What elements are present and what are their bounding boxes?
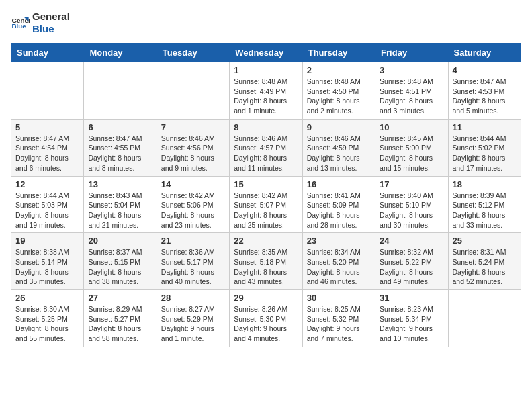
day-info: Sunrise: 8:32 AM Sunset: 5:22 PM Dayligh… [380, 247, 443, 287]
logo-icon: General Blue [11, 13, 30, 32]
day-number: 29 [234, 293, 298, 303]
calendar-cell: 5Sunrise: 8:47 AM Sunset: 4:54 PM Daylig… [11, 119, 84, 176]
day-info: Sunrise: 8:41 AM Sunset: 5:09 PM Dayligh… [307, 191, 371, 230]
logo-general: General [32, 11, 70, 23]
day-info: Sunrise: 8:46 AM Sunset: 4:57 PM Dayligh… [234, 134, 298, 173]
day-info: Sunrise: 8:47 AM Sunset: 4:55 PM Dayligh… [88, 134, 152, 173]
weekday-header-friday: Friday [375, 44, 448, 62]
day-number: 14 [161, 179, 225, 189]
calendar-cell: 24Sunrise: 8:32 AM Sunset: 5:22 PM Dayli… [375, 233, 448, 290]
calendar-cell: 10Sunrise: 8:45 AM Sunset: 5:00 PM Dayli… [375, 119, 448, 176]
day-info: Sunrise: 8:48 AM Sunset: 4:49 PM Dayligh… [234, 77, 298, 116]
calendar-cell: 26Sunrise: 8:30 AM Sunset: 5:25 PM Dayli… [11, 290, 84, 347]
calendar-cell: 19Sunrise: 8:38 AM Sunset: 5:14 PM Dayli… [11, 233, 84, 290]
day-number: 3 [380, 65, 443, 75]
day-number: 10 [380, 122, 443, 132]
day-info: Sunrise: 8:35 AM Sunset: 5:18 PM Dayligh… [234, 247, 298, 287]
day-info: Sunrise: 8:42 AM Sunset: 5:06 PM Dayligh… [161, 191, 225, 230]
svg-text:Blue: Blue [11, 22, 26, 30]
day-number: 1 [234, 65, 298, 75]
day-number: 11 [453, 122, 517, 132]
calendar-cell: 14Sunrise: 8:42 AM Sunset: 5:06 PM Dayli… [157, 176, 229, 233]
day-number: 2 [307, 65, 371, 75]
day-number: 5 [15, 122, 79, 132]
calendar-cell: 29Sunrise: 8:26 AM Sunset: 5:30 PM Dayli… [230, 290, 302, 347]
calendar-cell [84, 62, 157, 120]
week-row-1: 1Sunrise: 8:48 AM Sunset: 4:49 PM Daylig… [11, 62, 521, 120]
day-number: 19 [15, 236, 79, 246]
calendar-cell: 21Sunrise: 8:36 AM Sunset: 5:17 PM Dayli… [157, 233, 229, 290]
day-info: Sunrise: 8:47 AM Sunset: 4:54 PM Dayligh… [15, 134, 79, 173]
day-info: Sunrise: 8:36 AM Sunset: 5:17 PM Dayligh… [161, 247, 225, 287]
weekday-header-thursday: Thursday [302, 44, 375, 62]
logo-blue: Blue [32, 23, 70, 35]
calendar-cell: 15Sunrise: 8:42 AM Sunset: 5:07 PM Dayli… [230, 176, 302, 233]
calendar-cell: 22Sunrise: 8:35 AM Sunset: 5:18 PM Dayli… [230, 233, 302, 290]
calendar-cell: 25Sunrise: 8:31 AM Sunset: 5:24 PM Dayli… [448, 233, 521, 290]
day-number: 13 [88, 179, 152, 189]
week-row-2: 5Sunrise: 8:47 AM Sunset: 4:54 PM Daylig… [11, 119, 521, 176]
calendar-cell: 2Sunrise: 8:48 AM Sunset: 4:50 PM Daylig… [302, 62, 375, 120]
day-info: Sunrise: 8:48 AM Sunset: 4:51 PM Dayligh… [380, 77, 443, 116]
day-info: Sunrise: 8:47 AM Sunset: 4:53 PM Dayligh… [453, 77, 517, 116]
calendar-cell [157, 62, 229, 120]
day-info: Sunrise: 8:37 AM Sunset: 5:15 PM Dayligh… [88, 247, 152, 287]
day-number: 8 [234, 122, 298, 132]
day-number: 16 [307, 179, 371, 189]
page-header: General Blue General Blue [11, 11, 521, 35]
weekday-header-tuesday: Tuesday [157, 44, 229, 62]
day-number: 12 [15, 179, 79, 189]
calendar-cell [448, 290, 521, 347]
weekday-header-row: SundayMondayTuesdayWednesdayThursdayFrid… [11, 44, 521, 62]
weekday-header-saturday: Saturday [448, 44, 521, 62]
day-number: 27 [88, 293, 152, 303]
day-number: 17 [380, 179, 443, 189]
calendar-cell: 12Sunrise: 8:44 AM Sunset: 5:03 PM Dayli… [11, 176, 84, 233]
calendar-table: SundayMondayTuesdayWednesdayThursdayFrid… [11, 43, 521, 347]
day-info: Sunrise: 8:44 AM Sunset: 5:03 PM Dayligh… [15, 191, 79, 230]
day-number: 7 [161, 122, 225, 132]
weekday-header-sunday: Sunday [11, 44, 84, 62]
day-number: 6 [88, 122, 152, 132]
day-number: 9 [307, 122, 371, 132]
week-row-3: 12Sunrise: 8:44 AM Sunset: 5:03 PM Dayli… [11, 176, 521, 233]
day-number: 23 [307, 236, 371, 246]
day-info: Sunrise: 8:42 AM Sunset: 5:07 PM Dayligh… [234, 191, 298, 230]
calendar-cell: 3Sunrise: 8:48 AM Sunset: 4:51 PM Daylig… [375, 62, 448, 120]
calendar-cell: 17Sunrise: 8:40 AM Sunset: 5:10 PM Dayli… [375, 176, 448, 233]
day-number: 24 [380, 236, 443, 246]
day-number: 26 [15, 293, 79, 303]
day-number: 20 [88, 236, 152, 246]
calendar-cell: 9Sunrise: 8:46 AM Sunset: 4:59 PM Daylig… [302, 119, 375, 176]
calendar-cell: 23Sunrise: 8:34 AM Sunset: 5:20 PM Dayli… [302, 233, 375, 290]
week-row-4: 19Sunrise: 8:38 AM Sunset: 5:14 PM Dayli… [11, 233, 521, 290]
day-number: 25 [453, 236, 517, 246]
day-info: Sunrise: 8:43 AM Sunset: 5:04 PM Dayligh… [88, 191, 152, 230]
day-info: Sunrise: 8:29 AM Sunset: 5:27 PM Dayligh… [88, 304, 152, 344]
calendar-cell: 13Sunrise: 8:43 AM Sunset: 5:04 PM Dayli… [84, 176, 157, 233]
calendar-cell: 18Sunrise: 8:39 AM Sunset: 5:12 PM Dayli… [448, 176, 521, 233]
day-number: 31 [380, 293, 443, 303]
weekday-header-wednesday: Wednesday [230, 44, 302, 62]
day-number: 22 [234, 236, 298, 246]
calendar-cell [11, 62, 84, 120]
day-number: 15 [234, 179, 298, 189]
calendar-cell: 30Sunrise: 8:25 AM Sunset: 5:32 PM Dayli… [302, 290, 375, 347]
day-info: Sunrise: 8:31 AM Sunset: 5:24 PM Dayligh… [453, 247, 517, 287]
day-info: Sunrise: 8:30 AM Sunset: 5:25 PM Dayligh… [15, 304, 79, 344]
day-number: 18 [453, 179, 517, 189]
calendar-cell: 20Sunrise: 8:37 AM Sunset: 5:15 PM Dayli… [84, 233, 157, 290]
logo: General Blue General Blue [11, 11, 70, 35]
day-number: 28 [161, 293, 225, 303]
day-info: Sunrise: 8:23 AM Sunset: 5:34 PM Dayligh… [380, 304, 443, 344]
day-info: Sunrise: 8:46 AM Sunset: 4:59 PM Dayligh… [307, 134, 371, 173]
calendar-cell: 27Sunrise: 8:29 AM Sunset: 5:27 PM Dayli… [84, 290, 157, 347]
day-number: 4 [453, 65, 517, 75]
day-number: 21 [161, 236, 225, 246]
week-row-5: 26Sunrise: 8:30 AM Sunset: 5:25 PM Dayli… [11, 290, 521, 347]
day-info: Sunrise: 8:27 AM Sunset: 5:29 PM Dayligh… [161, 304, 225, 344]
day-info: Sunrise: 8:26 AM Sunset: 5:30 PM Dayligh… [234, 304, 298, 344]
calendar-cell: 6Sunrise: 8:47 AM Sunset: 4:55 PM Daylig… [84, 119, 157, 176]
calendar-cell: 8Sunrise: 8:46 AM Sunset: 4:57 PM Daylig… [230, 119, 302, 176]
calendar-cell: 11Sunrise: 8:44 AM Sunset: 5:02 PM Dayli… [448, 119, 521, 176]
